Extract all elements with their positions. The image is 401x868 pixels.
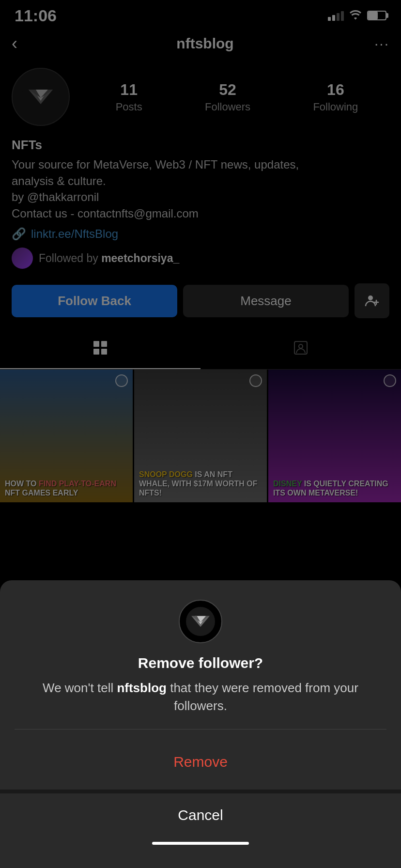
cancel-button[interactable]: Cancel xyxy=(0,793,401,837)
sheet-message: We won't tell nftsblog that they were re… xyxy=(15,679,386,714)
sheet-section-divider xyxy=(0,790,401,793)
sheet-title: Remove follower? xyxy=(138,655,263,671)
remove-follower-sheet: Remove follower? We won't tell nftsblog … xyxy=(0,580,401,868)
cancel-container: Cancel xyxy=(0,793,401,868)
sheet-avatar xyxy=(179,600,222,643)
sheet-content: Remove follower? We won't tell nftsblog … xyxy=(0,580,401,790)
home-bar xyxy=(152,842,249,845)
home-indicator xyxy=(0,837,401,849)
sheet-divider-1 xyxy=(15,729,386,729)
remove-button[interactable]: Remove xyxy=(15,744,386,780)
